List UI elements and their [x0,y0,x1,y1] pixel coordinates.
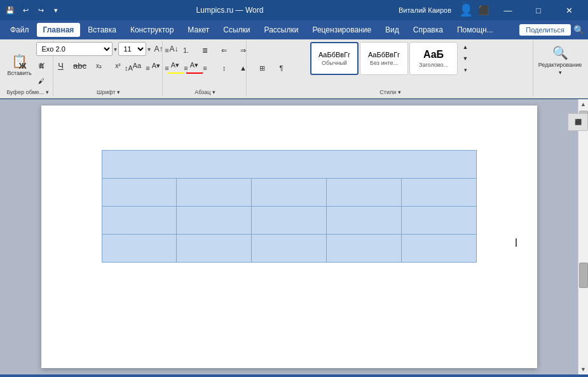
table-row [102,179,476,207]
decrease-indent-button[interactable]: ⇐ [215,42,233,58]
scroll-up-button[interactable]: ▲ [578,99,589,109]
table-cell[interactable] [102,207,177,235]
underline-button[interactable]: Ч [52,57,70,74]
maximize-button[interactable]: □ [524,0,552,20]
size-expand-icon[interactable]: ▾ [147,46,151,53]
editing-label [535,95,585,97]
menu-bar: Файл Главная Вставка Конструктор Макет С… [0,20,588,39]
page-turn-marker[interactable]: ⬛ [568,113,588,131]
strikethrough-button[interactable]: abc [71,57,89,74]
menu-mailings[interactable]: Рассылки [258,23,305,37]
title-bar: 💾 ↩ ↪ ▾ Lumpics.ru — Word Виталий Каиров… [0,0,588,20]
subscript-button[interactable]: x₂ [90,57,108,74]
table-cell[interactable] [252,179,327,207]
scroll-thumb[interactable] [579,263,588,288]
table-cell[interactable] [177,207,252,235]
format-painter-button[interactable]: 🖌 [34,74,49,88]
sort-button[interactable]: ↕A [120,60,138,76]
table-cell[interactable] [401,179,476,207]
document-page: I [41,106,537,368]
table-row [102,235,476,263]
table-cell[interactable] [326,235,401,263]
editing-group: 🔍 Редактирование ▾ [535,41,585,97]
font-expand-icon[interactable]: ▾ [114,46,117,53]
ribbon: Файл Главная Вставка Конструктор Макет С… [0,20,588,99]
table-cell[interactable] [401,235,476,263]
user-name: Виталий Каиров [399,6,451,14]
table-cell[interactable] [326,207,401,235]
table-cell[interactable] [252,235,327,263]
style-no-spacing[interactable]: АаБбВвГг Без инте... [360,42,408,75]
ribbon-display-button[interactable]: ⬛ [478,5,489,15]
scroll-track[interactable] [578,109,588,364]
title-right-controls: Виталий Каиров 👤 ⬛ — □ ✕ [399,0,583,20]
table-cell[interactable] [326,179,401,207]
undo-button[interactable]: ↩ [20,5,31,15]
table-cell[interactable] [177,235,252,263]
align-right-button[interactable]: ≡ [177,60,195,76]
table-cell[interactable] [401,207,476,235]
style-no-spacing-preview: АаБбВвГг [368,51,400,58]
close-button[interactable]: ✕ [555,0,583,20]
table-cell[interactable] [102,235,177,263]
bullets-button[interactable]: ≡ [158,42,176,58]
justify-button[interactable]: ≡ [196,60,214,76]
style-normal-name: Обычный [322,60,347,66]
share-button[interactable]: Поделиться [519,24,571,36]
styles-scroll-up[interactable]: ▲ [460,42,470,52]
menu-assistant[interactable]: Помощн... [451,23,500,37]
style-normal-preview: АаБбВвГг [318,51,350,58]
menu-references[interactable]: Ссылки [217,23,256,37]
quick-access-toolbar[interactable]: 💾 ↩ ↪ ▾ [5,5,61,15]
menu-view[interactable]: Вид [379,23,406,37]
line-spacing-button[interactable]: ↕ [215,60,233,76]
redo-button[interactable]: ↪ [36,5,46,15]
table-header-cell[interactable] [102,151,476,179]
styles-group: АаБбВвГг Обычный АаБбВвГг Без инте... Аа… [248,41,533,97]
window-title: Lumpics.ru — Word [61,6,399,15]
table-cell[interactable] [177,179,252,207]
styles-gallery: АаБбВвГг Обычный АаБбВвГг Без инте... Аа… [310,42,470,75]
table-row [102,207,476,235]
menu-help[interactable]: Справка [407,23,449,37]
search-button[interactable]: 🔍 [573,25,584,35]
style-normal[interactable]: АаБбВвГг Обычный [310,42,359,75]
scroll-down-button[interactable]: ▼ [578,364,589,374]
bold-button[interactable]: Ж [14,57,32,74]
style-heading1-name: Заголово... [419,62,448,68]
numbering-button[interactable]: 1. [177,42,195,58]
table-row [102,151,476,179]
paragraph-label: Абзац ▾ [164,89,246,97]
styles-scroll-down[interactable]: ▼ [460,53,470,64]
styles-expand[interactable]: ▾ [460,65,470,75]
menu-insert[interactable]: Вставка [81,23,123,37]
align-left-button[interactable]: ≡ [139,60,157,76]
toolbar: 📋 Вставить ✂ ⧉ 🖌 Буфер обме... ▾ Exo 2.0… [0,39,588,99]
menu-review[interactable]: Рецензирование [306,23,378,37]
clipboard-label: Буфер обме... ▾ [3,89,53,97]
multilevel-list-button[interactable]: ≣ [196,42,214,58]
menu-layout[interactable]: Макет [181,23,215,37]
font-size-select[interactable]: 11 [118,42,146,56]
table-cell[interactable] [102,179,177,207]
menu-design[interactable]: Конструктор [124,23,180,37]
menu-file[interactable]: Файл [4,23,36,37]
document-table[interactable] [102,150,477,263]
editing-button[interactable]: 🔍 Редактирование ▾ [538,42,582,79]
customize-button[interactable]: ▾ [51,5,61,15]
vertical-scrollbar[interactable]: ▲ ▼ ⬛ [578,99,588,374]
content-area: I ▲ ▼ ⬛ [0,99,588,374]
style-no-spacing-name: Без инте... [370,60,398,66]
save-button[interactable]: 💾 [5,5,15,15]
font-name-select[interactable]: Exo 2.0 [36,42,113,56]
italic-button[interactable]: К [33,57,51,74]
menu-home[interactable]: Главная [37,23,81,37]
paragraph-group: ≡ 1. ≣ ⇐ ⇒ ↕A ≡ ≡ ≡ ≡ ↕ ▲ ⊞ ¶ Абзац ▾ [164,41,247,97]
style-heading1[interactable]: АаБ Заголово... [409,42,458,75]
font-label: Шрифт ▾ [55,89,162,97]
document-scroll[interactable]: I [0,99,578,374]
table-cell[interactable] [252,207,327,235]
minimize-button[interactable]: — [494,0,522,20]
align-center-button[interactable]: ≡ [158,60,176,76]
user-avatar[interactable]: 👤 [459,3,473,17]
